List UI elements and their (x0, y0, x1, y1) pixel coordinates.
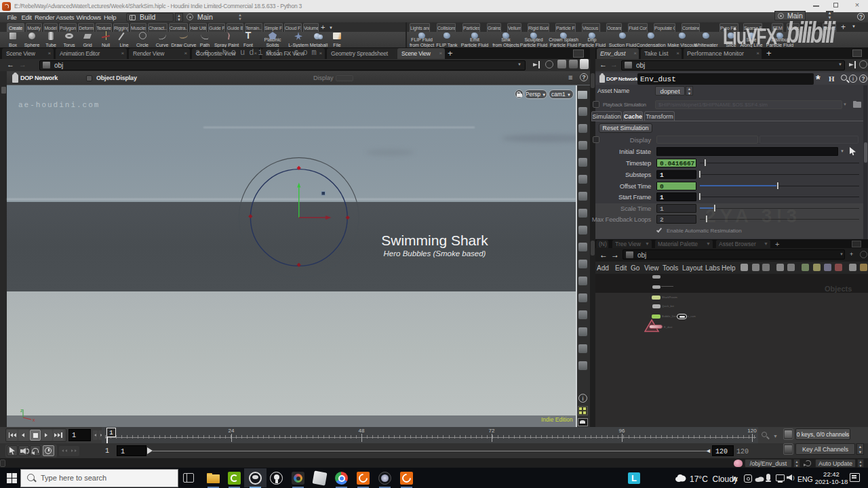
svg-text:x: x (33, 418, 35, 422)
svg-text:z: z (20, 408, 23, 413)
